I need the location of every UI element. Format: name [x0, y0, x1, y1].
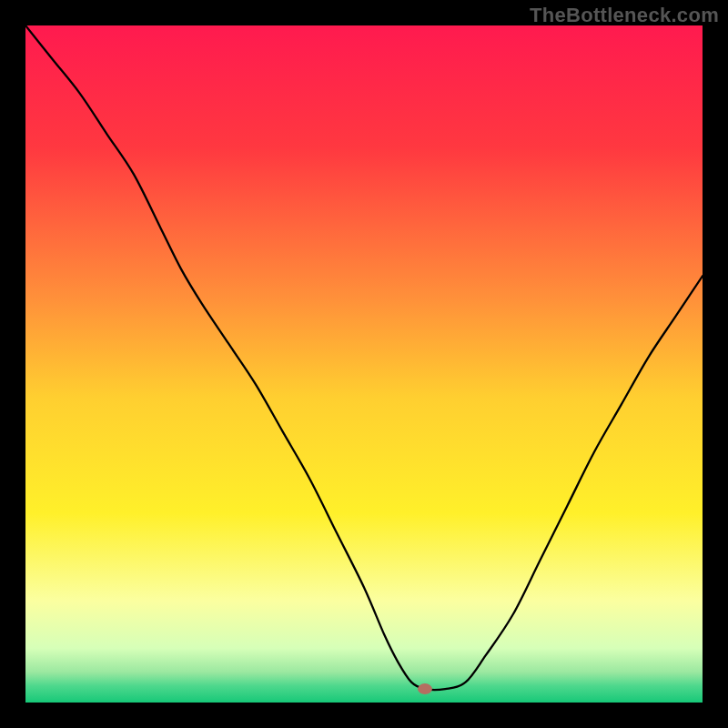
bottleneck-chart	[25, 25, 703, 703]
watermark-text: TheBottleneck.com	[530, 4, 719, 27]
gradient-background	[25, 25, 703, 703]
optimal-marker-icon	[418, 683, 432, 694]
plot-area	[25, 25, 703, 703]
chart-frame: TheBottleneck.com	[0, 0, 728, 728]
